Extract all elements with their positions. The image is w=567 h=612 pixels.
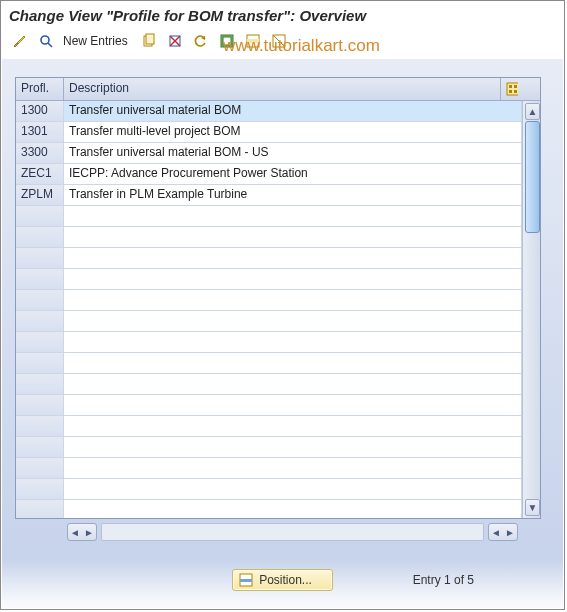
horizontal-scroll-area: ◄ ► ◄ ► <box>15 521 539 543</box>
table-row[interactable] <box>16 227 522 248</box>
column-header-description[interactable]: Description <box>64 78 501 100</box>
table-settings-button[interactable] <box>501 78 523 100</box>
svg-rect-14 <box>509 85 512 88</box>
cell-description[interactable] <box>64 374 522 394</box>
cell-description[interactable] <box>64 353 522 373</box>
copy-icon <box>141 33 157 49</box>
table-row[interactable]: ZPLMTransfer in PLM Example Turbine <box>16 185 522 206</box>
cell-profl[interactable] <box>16 395 64 415</box>
cell-profl[interactable]: 1300 <box>16 101 64 121</box>
position-button[interactable]: Position... <box>232 569 333 591</box>
cell-profl[interactable]: 1301 <box>16 122 64 142</box>
scroll-down-button[interactable]: ▼ <box>525 499 540 516</box>
undo-icon[interactable] <box>190 30 212 52</box>
table-row[interactable] <box>16 458 522 479</box>
cell-description[interactable]: Transfer universal material BOM - US <box>64 143 522 163</box>
table-row[interactable] <box>16 332 522 353</box>
svg-rect-15 <box>514 85 517 88</box>
position-button-label: Position... <box>259 573 312 587</box>
table-row[interactable] <box>16 395 522 416</box>
svg-line-1 <box>48 43 52 47</box>
cell-description[interactable]: Transfer universal material BOM <box>64 101 522 121</box>
cell-description[interactable] <box>64 248 522 268</box>
cell-profl[interactable] <box>16 416 64 436</box>
cell-description[interactable] <box>64 458 522 478</box>
hscroll-right-button[interactable]: ► <box>82 525 96 539</box>
svg-rect-8 <box>223 37 231 45</box>
cell-profl[interactable] <box>16 353 64 373</box>
select-block-icon[interactable] <box>242 30 264 52</box>
cell-description[interactable]: Transfer multi-level project BOM <box>64 122 522 142</box>
cell-profl[interactable]: ZPLM <box>16 185 64 205</box>
hscroll-right2-button[interactable]: ► <box>503 525 517 539</box>
table-row[interactable]: 1300Transfer universal material BOM <box>16 101 522 122</box>
cell-profl[interactable]: ZEC1 <box>16 164 64 184</box>
delete-icon[interactable] <box>164 30 186 52</box>
table-row[interactable] <box>16 437 522 458</box>
svg-rect-17 <box>514 90 517 93</box>
toggle-display-change-icon[interactable] <box>9 30 31 52</box>
pencil-glasses-icon <box>12 33 28 49</box>
cell-description[interactable] <box>64 290 522 310</box>
cell-description[interactable]: IECPP: Advance Procurement Power Station <box>64 164 522 184</box>
column-header-profl[interactable]: Profl. <box>16 78 64 100</box>
cell-profl[interactable] <box>16 374 64 394</box>
cell-description[interactable] <box>64 479 522 499</box>
cell-profl[interactable] <box>16 311 64 331</box>
cell-description[interactable] <box>64 311 522 331</box>
select-all-icon[interactable] <box>216 30 238 52</box>
cell-profl[interactable] <box>16 290 64 310</box>
cell-description[interactable] <box>64 416 522 436</box>
table-row[interactable]: ZEC1IECPP: Advance Procurement Power Sta… <box>16 164 522 185</box>
hscroll-left-group[interactable]: ◄ ► <box>67 523 97 541</box>
deselect-all-icon[interactable] <box>268 30 290 52</box>
hscroll-left-button[interactable]: ◄ <box>68 525 82 539</box>
footer: Position... <box>1 569 564 591</box>
table-row[interactable] <box>16 269 522 290</box>
table-row[interactable] <box>16 416 522 437</box>
table-row[interactable]: 3300Transfer universal material BOM - US <box>16 143 522 164</box>
scroll-thumb[interactable] <box>525 121 540 233</box>
table-row[interactable] <box>16 248 522 269</box>
scrollbar-header-spacer <box>523 78 540 100</box>
cell-description[interactable] <box>64 269 522 289</box>
svg-rect-13 <box>507 83 518 95</box>
table-row[interactable] <box>16 479 522 500</box>
cell-description[interactable] <box>64 227 522 247</box>
table-row[interactable]: 1301Transfer multi-level project BOM <box>16 122 522 143</box>
table-row[interactable] <box>16 500 522 518</box>
cell-description[interactable] <box>64 500 522 518</box>
cell-profl[interactable] <box>16 206 64 226</box>
cell-description[interactable] <box>64 395 522 415</box>
table-row[interactable] <box>16 374 522 395</box>
magnifier-icon <box>38 33 54 49</box>
cell-profl[interactable] <box>16 458 64 478</box>
svg-rect-19 <box>240 579 252 582</box>
table-row[interactable] <box>16 311 522 332</box>
vertical-scrollbar[interactable]: ▲ ▼ <box>522 101 540 518</box>
cell-description[interactable] <box>64 332 522 352</box>
cell-profl[interactable] <box>16 437 64 457</box>
table-row[interactable] <box>16 290 522 311</box>
cell-profl[interactable] <box>16 500 64 518</box>
copy-as-icon[interactable] <box>138 30 160 52</box>
svg-rect-16 <box>509 90 512 93</box>
cell-profl[interactable] <box>16 269 64 289</box>
scroll-up-button[interactable]: ▲ <box>525 103 540 120</box>
cell-profl[interactable] <box>16 479 64 499</box>
cell-profl[interactable] <box>16 332 64 352</box>
cell-profl[interactable] <box>16 248 64 268</box>
table-body: 1300Transfer universal material BOM1301T… <box>16 101 522 518</box>
cell-description[interactable] <box>64 206 522 226</box>
table-row[interactable] <box>16 206 522 227</box>
table-row[interactable] <box>16 353 522 374</box>
hscroll-right-group[interactable]: ◄ ► <box>488 523 518 541</box>
cell-description[interactable]: Transfer in PLM Example Turbine <box>64 185 522 205</box>
new-entries-button[interactable]: New Entries <box>61 34 134 48</box>
cell-profl[interactable]: 3300 <box>16 143 64 163</box>
hscroll-track[interactable] <box>101 523 484 541</box>
hscroll-left2-button[interactable]: ◄ <box>489 525 503 539</box>
cell-description[interactable] <box>64 437 522 457</box>
cell-profl[interactable] <box>16 227 64 247</box>
details-icon[interactable] <box>35 30 57 52</box>
